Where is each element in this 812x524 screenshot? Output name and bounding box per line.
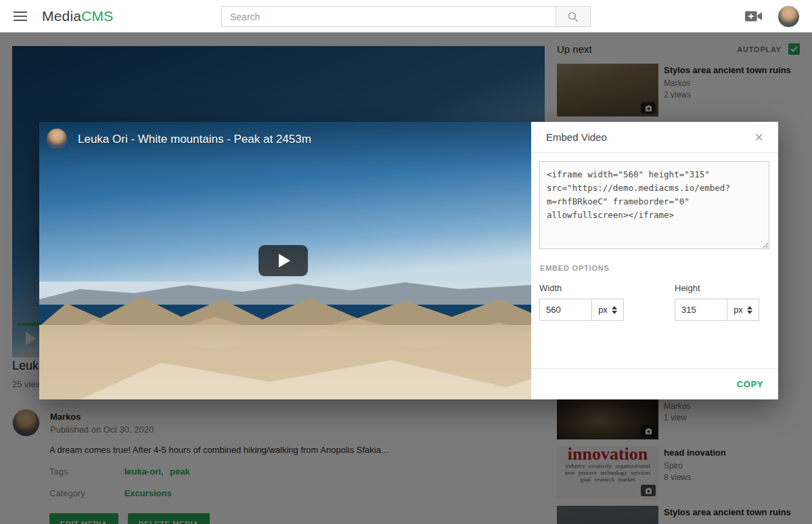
copy-button[interactable]: COPY xyxy=(737,379,763,389)
search-input[interactable] xyxy=(221,6,556,27)
preview-video-title[interactable]: Leuka Ori - White mountains - Peak at 24… xyxy=(78,133,311,146)
user-avatar[interactable] xyxy=(777,5,800,28)
menu-icon[interactable] xyxy=(7,4,34,28)
search-icon xyxy=(567,11,579,23)
preview-title-bar: Leuka Ori - White mountains - Peak at 24… xyxy=(39,122,531,169)
close-icon[interactable]: × xyxy=(754,131,763,144)
play-icon xyxy=(279,254,290,267)
height-input[interactable] xyxy=(675,299,727,321)
logo[interactable]: MediaCMS xyxy=(42,8,113,24)
play-button[interactable] xyxy=(258,245,308,276)
embed-options-panel: Embed Video × <iframe width="560" height… xyxy=(531,122,778,399)
width-label: Width xyxy=(539,283,624,293)
search-button[interactable] xyxy=(556,6,591,27)
embed-video-preview[interactable]: Leuka Ori - White mountains - Peak at 24… xyxy=(39,122,531,399)
preview-author-avatar[interactable] xyxy=(47,129,67,149)
embed-video-modal: Leuka Ori - White mountains - Peak at 24… xyxy=(39,122,778,399)
top-navbar: MediaCMS xyxy=(0,0,812,32)
spinner-arrows-icon xyxy=(747,306,752,314)
embed-code-textarea[interactable]: <iframe width="560" height="315" src="ht… xyxy=(539,161,769,249)
embed-options-label: EMBED OPTIONS xyxy=(540,264,769,272)
upload-video-icon[interactable] xyxy=(745,9,763,23)
width-input[interactable] xyxy=(539,299,592,321)
width-unit-select[interactable]: px xyxy=(591,299,624,321)
modal-title: Embed Video xyxy=(546,131,607,143)
spinner-arrows-icon xyxy=(612,306,617,314)
height-label: Height xyxy=(675,283,759,293)
height-unit-select[interactable]: px xyxy=(727,299,759,321)
